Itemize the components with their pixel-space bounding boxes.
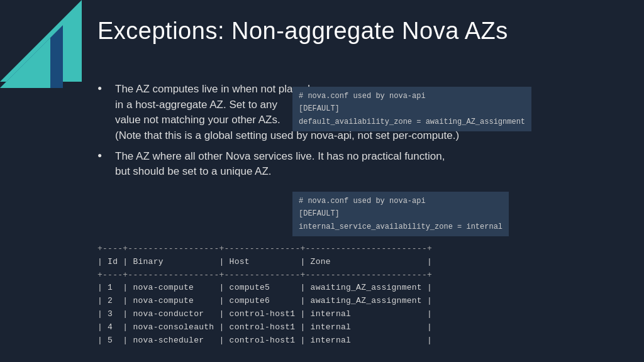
table-top-border: +----+------------------+---------------… — [97, 243, 644, 256]
service-table: +----+------------------+---------------… — [97, 243, 644, 347]
table-row-1: | 1 | nova-compute | compute5 | awaiting… — [97, 282, 644, 295]
bullet-item-2: The AZ where all other Nova services liv… — [97, 149, 644, 180]
table-header: | Id | Binary | Host | Zone | — [97, 256, 644, 269]
table-row-3: | 3 | nova-conductor | control-host1 | i… — [97, 308, 644, 321]
table-row-4: | 4 | nova-consoleauth | control-host1 |… — [97, 321, 644, 334]
logo-triangle-teal2 — [0, 38, 50, 88]
page-title: Exceptions: Non-aggregate Nova AZs — [97, 18, 508, 45]
table-header-border: +----+------------------+---------------… — [97, 269, 644, 282]
table-row-2: | 2 | nova-compute | compute6 | awaiting… — [97, 295, 644, 308]
bullet-2-text: The AZ where all other Nova services liv… — [115, 150, 445, 178]
code-block-1: # nova.conf used by nova-api [DEFAULT] d… — [292, 87, 531, 131]
logo — [0, 0, 82, 91]
code-block-2: # nova.conf used by nova-api [DEFAULT] i… — [292, 192, 509, 236]
content-area: The AZ computes live in when not placed … — [97, 82, 644, 180]
table-row-5: | 5 | nova-scheduler | control-host1 | i… — [97, 334, 644, 348]
